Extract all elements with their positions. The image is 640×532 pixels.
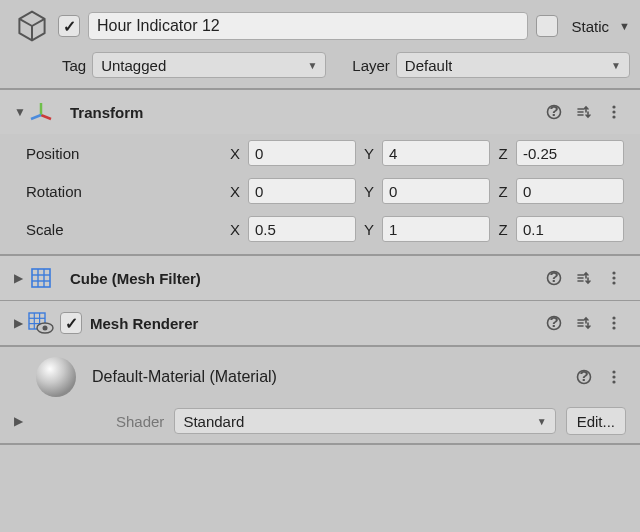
active-checkbox[interactable] [58, 15, 80, 37]
gameobject-cube-icon[interactable] [14, 8, 50, 44]
scale-y-input[interactable]: 1 [382, 216, 490, 242]
position-z-input[interactable]: -0.25 [516, 140, 624, 166]
meshfilter-foldout-icon[interactable]: ▶ [14, 271, 28, 285]
rotation-y-input[interactable]: 0 [382, 178, 490, 204]
material-foldout-icon[interactable]: ▶ [14, 414, 28, 428]
svg-point-17 [612, 281, 615, 284]
static-label: Static [572, 18, 610, 35]
preset-icon[interactable] [572, 311, 596, 335]
edit-button[interactable]: Edit... [566, 407, 626, 435]
scale-x-input[interactable]: 0.5 [248, 216, 356, 242]
z-label: Z [494, 145, 512, 162]
object-name-input[interactable]: Hour Indicator 12 [88, 12, 528, 40]
context-menu-icon[interactable] [602, 311, 626, 335]
rotation-x-input[interactable]: 0 [248, 178, 356, 204]
svg-line-2 [31, 115, 41, 119]
help-icon[interactable]: ? [572, 365, 596, 389]
transform-foldout-icon[interactable]: ▼ [14, 105, 28, 119]
scale-z-input[interactable]: 0.1 [516, 216, 624, 242]
svg-point-24 [43, 326, 48, 331]
svg-point-30 [36, 357, 76, 397]
position-label: Position [26, 145, 222, 162]
context-menu-icon[interactable] [602, 100, 626, 124]
svg-text:?: ? [549, 315, 558, 330]
meshfilter-icon [28, 267, 54, 289]
svg-line-0 [41, 115, 51, 119]
svg-point-33 [612, 370, 615, 373]
svg-text:?: ? [549, 104, 558, 119]
svg-point-7 [612, 115, 615, 118]
position-x-input[interactable]: 0 [248, 140, 356, 166]
layer-label: Layer [352, 57, 390, 74]
meshfilter-component-header[interactable]: ▶ Cube (Mesh Filter) ? [0, 256, 640, 300]
meshrenderer-title: Mesh Renderer [90, 315, 536, 332]
transform-title: Transform [70, 104, 536, 121]
tag-label: Tag [62, 57, 86, 74]
layer-dropdown[interactable]: Default▼ [396, 52, 630, 78]
y-label: Y [360, 145, 378, 162]
material-title: Default-Material (Material) [92, 368, 566, 386]
svg-rect-8 [32, 269, 50, 287]
help-icon[interactable]: ? [542, 311, 566, 335]
svg-point-28 [612, 321, 615, 324]
svg-point-29 [612, 326, 615, 329]
x-label: X [226, 145, 244, 162]
transform-component-header[interactable]: ▼ Transform ? [0, 90, 640, 134]
svg-point-15 [612, 271, 615, 274]
svg-point-34 [612, 375, 615, 378]
preset-icon[interactable] [572, 266, 596, 290]
svg-point-6 [612, 110, 615, 113]
tag-dropdown[interactable]: Untagged▼ [92, 52, 326, 78]
shader-dropdown[interactable]: Standard▼ [174, 408, 555, 434]
meshfilter-title: Cube (Mesh Filter) [70, 270, 536, 287]
svg-point-16 [612, 276, 615, 279]
svg-text:?: ? [579, 369, 588, 384]
rotation-label: Rotation [26, 183, 222, 200]
rotation-z-input[interactable]: 0 [516, 178, 624, 204]
context-menu-icon[interactable] [602, 266, 626, 290]
meshrenderer-foldout-icon[interactable]: ▶ [14, 316, 28, 330]
material-preview-icon [34, 355, 78, 399]
position-y-input[interactable]: 4 [382, 140, 490, 166]
meshrenderer-enable-checkbox[interactable] [60, 312, 82, 334]
context-menu-icon[interactable] [602, 365, 626, 389]
svg-point-5 [612, 105, 615, 108]
meshrenderer-icon [28, 312, 54, 334]
preset-icon[interactable] [572, 100, 596, 124]
svg-point-35 [612, 380, 615, 383]
scale-label: Scale [26, 221, 222, 238]
shader-label: Shader [116, 413, 164, 430]
help-icon[interactable]: ? [542, 266, 566, 290]
static-dropdown-arrow[interactable]: ▼ [619, 20, 630, 32]
transform-icon [28, 101, 54, 123]
meshrenderer-component-header[interactable]: ▶ Mesh Renderer ? [0, 301, 640, 345]
svg-point-27 [612, 316, 615, 319]
static-checkbox[interactable] [536, 15, 558, 37]
help-icon[interactable]: ? [542, 100, 566, 124]
material-header[interactable]: Default-Material (Material) ? [0, 347, 640, 403]
svg-text:?: ? [549, 270, 558, 285]
